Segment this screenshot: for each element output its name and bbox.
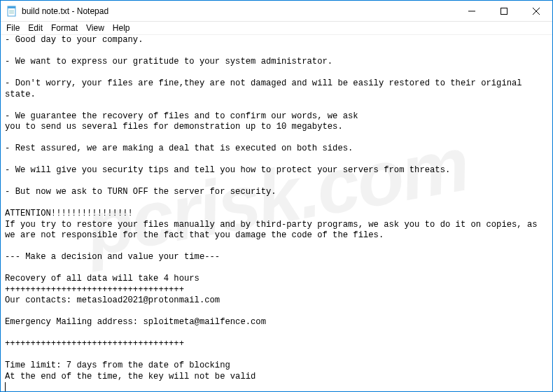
document-text: - Good day to your company. - We want to… xyxy=(5,35,542,382)
svg-rect-1 xyxy=(8,6,15,8)
close-button[interactable] xyxy=(520,1,552,22)
menubar: File Edit Format View Help xyxy=(1,22,552,35)
menu-edit[interactable]: Edit xyxy=(24,22,47,34)
menu-help[interactable]: Help xyxy=(108,22,134,34)
text-area[interactable]: - Good day to your company. - We want to… xyxy=(1,35,552,391)
menu-view[interactable]: View xyxy=(82,22,108,34)
text-caret xyxy=(5,382,6,391)
menu-format[interactable]: Format xyxy=(47,22,82,34)
window-controls xyxy=(456,1,552,21)
titlebar[interactable]: build note.txt - Notepad xyxy=(1,1,552,22)
svg-rect-6 xyxy=(501,8,507,15)
minimize-button[interactable] xyxy=(456,1,488,22)
notepad-window: build note.txt - Notepad File Edit Forma… xyxy=(0,0,553,392)
menu-file[interactable]: File xyxy=(2,22,24,34)
notepad-icon xyxy=(6,6,18,17)
maximize-button[interactable] xyxy=(488,1,520,22)
window-title: build note.txt - Notepad xyxy=(22,6,108,16)
